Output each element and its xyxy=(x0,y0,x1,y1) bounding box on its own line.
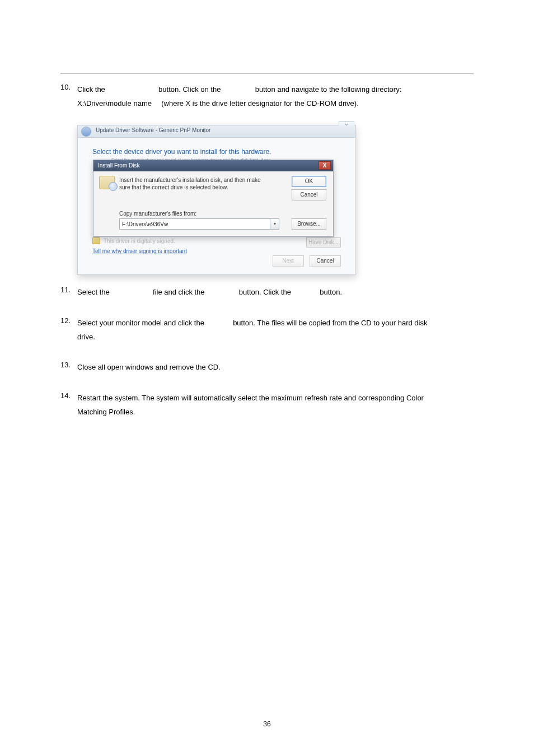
driver-signed-label: This driver is digitally signed. xyxy=(104,238,175,244)
certificate-icon xyxy=(92,237,100,244)
have-disk-button[interactable]: Have Disk... xyxy=(306,237,341,248)
step-number: 10. xyxy=(60,83,71,91)
t: Matching Profiles. xyxy=(77,408,135,416)
chevron-down-icon[interactable]: ▾ xyxy=(270,218,279,230)
driver-status-row: This driver is digitally signed. xyxy=(92,237,341,246)
dialog-instruction: Insert the manufacturer's installation d… xyxy=(119,177,265,191)
t: Click the xyxy=(77,85,105,94)
cancel-button[interactable]: Cancel xyxy=(310,255,341,267)
step-text: Restart the system. The system will auto… xyxy=(77,391,474,419)
t: file and click the xyxy=(153,288,205,296)
step-12: 12. Select your monitor model and click … xyxy=(60,316,474,344)
step-number: 14. xyxy=(60,391,71,400)
t: X:\Driver\module name xyxy=(77,99,152,108)
window-title: Update Driver Software - Generic PnP Mon… xyxy=(96,127,210,133)
next-button[interactable]: Next xyxy=(273,255,304,267)
wizard-buttons: Next Cancel xyxy=(269,255,341,267)
t: drive. xyxy=(77,333,95,341)
link-text: Tell me why driver signing is important xyxy=(92,248,187,254)
step-text: Select your monitor model and click the … xyxy=(77,316,474,344)
t: button. Click the xyxy=(239,288,291,296)
copy-from-label: Copy manufacturer's files from: xyxy=(119,211,196,217)
page-number: 36 xyxy=(0,720,534,728)
have-disk-label: Have Disk... xyxy=(308,239,339,245)
step-text: Close all open windows and remove the CD… xyxy=(77,361,474,375)
page-rule xyxy=(60,73,474,73)
driver-signing-link[interactable]: Tell me why driver signing is important xyxy=(92,248,187,254)
window-titlebar: Update Driver Software - Generic PnP Mon… xyxy=(78,125,355,138)
install-from-disk-dialog: Install From Disk X Insert the manufactu… xyxy=(93,160,334,237)
step-number: 12. xyxy=(60,316,71,325)
close-icon[interactable]: X xyxy=(318,161,331,170)
t: button and navigate to the following dir… xyxy=(255,85,402,94)
t: button. The files will be copied from th… xyxy=(233,319,427,327)
browse-button[interactable]: Browse... xyxy=(292,218,326,230)
browse-label: Browse... xyxy=(297,221,321,227)
t: button. xyxy=(320,288,342,296)
dialog-titlebar: Install From Disk X xyxy=(93,160,333,171)
t: button. Click on the xyxy=(158,85,221,94)
screenshot: X Update Driver Software - Generic PnP M… xyxy=(77,122,356,276)
close-glyph: X xyxy=(323,162,327,169)
t: Select the xyxy=(77,288,110,296)
dialog-title: Install From Disk xyxy=(98,162,139,169)
step-number: 11. xyxy=(60,286,71,294)
path-input[interactable] xyxy=(119,218,270,230)
step-11: 11. Select the file and click the button… xyxy=(60,286,474,300)
step-13: 13. Close all open windows and remove th… xyxy=(60,361,474,375)
step-number: 13. xyxy=(60,361,71,369)
ok-button[interactable]: OK xyxy=(292,176,326,187)
ok-label: OK xyxy=(305,178,313,184)
step-14: 14. Restart the system. The system will … xyxy=(60,391,474,419)
window-heading: Select the device driver you want to ins… xyxy=(92,148,271,156)
t: (where X is the drive letter designator … xyxy=(161,99,359,108)
t: Select your monitor model and click the xyxy=(77,319,204,327)
dd-glyph: ▾ xyxy=(274,221,276,226)
cancel-label: Cancel xyxy=(300,192,317,198)
t: Restart the system. The system will auto… xyxy=(77,394,424,402)
t: Close all open windows and remove the CD… xyxy=(77,363,221,371)
back-icon[interactable] xyxy=(81,127,91,137)
disk-icon xyxy=(99,176,115,189)
step-10: 10. Click the button. Click on the butto… xyxy=(60,83,474,110)
step-text: Click the button. Click on the button an… xyxy=(77,83,474,110)
step-text: Select the file and click the button. Cl… xyxy=(77,286,474,300)
cancel-button[interactable]: Cancel xyxy=(292,189,326,200)
